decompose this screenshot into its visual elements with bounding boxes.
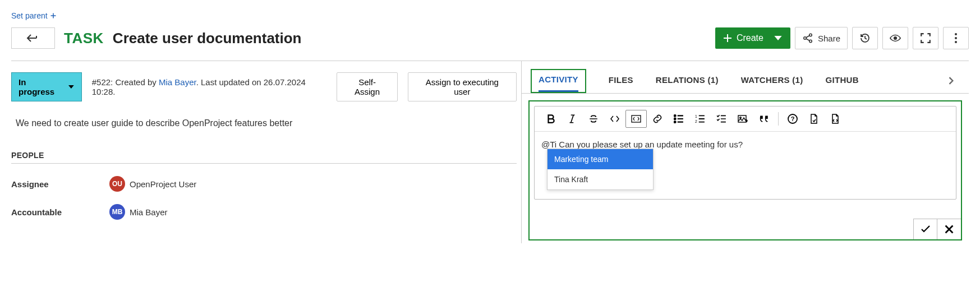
author-link[interactable]: Mia Bayer xyxy=(159,77,196,87)
strike-icon xyxy=(588,114,599,124)
back-button[interactable] xyxy=(11,27,55,49)
assignee-label: Assignee xyxy=(11,179,109,189)
accountable-label: Accountable xyxy=(11,207,109,217)
mention-option[interactable]: Tina Kraft xyxy=(547,169,653,189)
source-button[interactable] xyxy=(825,110,846,128)
tab-activity[interactable]: ACTIVITY xyxy=(539,70,578,92)
assign-executing-user-button[interactable]: Assign to executing user xyxy=(408,72,517,101)
svg-point-4 xyxy=(955,33,957,35)
comment-textarea[interactable]: @Ti Can you please set up an update meet… xyxy=(535,132,956,199)
share-button[interactable]: Share xyxy=(795,27,848,49)
more-menu-button[interactable] xyxy=(943,27,969,49)
chevron-down-icon xyxy=(774,34,783,43)
help-icon: ? xyxy=(788,114,798,124)
activity-highlight-area: 12 ? @Ti Can you please set up an update… xyxy=(528,100,962,240)
plus-icon xyxy=(50,12,57,19)
svg-point-3 xyxy=(894,37,897,40)
editor-toolbar: 12 ? xyxy=(535,107,956,132)
bullet-list-button[interactable] xyxy=(668,110,689,128)
share-label: Share xyxy=(818,34,840,43)
svg-point-8 xyxy=(674,115,676,117)
left-pane: In progress #522: Created by Mia Bayer. … xyxy=(11,61,522,243)
tab-watchers[interactable]: WATCHERS (1) xyxy=(741,71,803,92)
svg-point-1 xyxy=(809,34,812,36)
svg-point-10 xyxy=(674,121,676,123)
toolbar-separator xyxy=(778,112,779,126)
work-package-title[interactable]: Create user documentation xyxy=(113,30,302,47)
cancel-comment-button[interactable] xyxy=(937,219,961,239)
quote-button[interactable] xyxy=(753,110,775,128)
source-icon xyxy=(830,114,840,124)
kebab-icon xyxy=(950,33,961,44)
submit-comment-button[interactable] xyxy=(914,219,937,239)
fullscreen-icon xyxy=(920,33,931,44)
chevron-right-icon xyxy=(947,77,955,85)
quote-icon xyxy=(759,114,769,124)
svg-point-5 xyxy=(955,37,957,39)
task-list-icon xyxy=(716,114,726,124)
task-list-button[interactable] xyxy=(711,110,732,128)
svg-point-9 xyxy=(674,118,676,120)
set-parent-link[interactable]: Set parent xyxy=(11,11,57,20)
comment-editor: 12 ? @Ti Can you please set up an update… xyxy=(534,106,956,200)
code-block-icon xyxy=(631,114,641,124)
code-block-button[interactable] xyxy=(625,110,647,128)
italic-button[interactable] xyxy=(562,110,583,128)
history-icon xyxy=(859,33,871,44)
eye-icon xyxy=(890,33,901,44)
bullet-list-icon xyxy=(674,114,684,124)
preview-icon xyxy=(809,114,819,124)
status-dropdown[interactable]: In progress xyxy=(11,72,82,101)
svg-point-6 xyxy=(955,41,957,43)
description[interactable]: We need to create user guide to describe… xyxy=(11,118,517,128)
help-button[interactable]: ? xyxy=(782,110,803,128)
tabs: ACTIVITY FILES RELATIONS (1) WATCHERS (1… xyxy=(522,61,969,94)
avatar: OU xyxy=(109,176,125,192)
set-parent-label: Set parent xyxy=(11,11,48,20)
numbered-list-button[interactable]: 12 xyxy=(689,110,711,128)
status-label: In progress xyxy=(19,77,63,96)
image-icon xyxy=(738,114,748,124)
close-icon xyxy=(944,224,954,234)
back-arrow-icon xyxy=(26,34,40,43)
tab-github[interactable]: GITHUB xyxy=(826,71,859,92)
link-icon xyxy=(652,114,662,124)
create-label: Create xyxy=(737,33,763,43)
meta-info: #522: Created by Mia Bayer. Last updated… xyxy=(92,77,327,96)
chevron-down-icon xyxy=(68,84,75,90)
italic-icon xyxy=(567,114,577,124)
preview-button[interactable] xyxy=(803,110,825,128)
work-package-type: TASK xyxy=(64,30,104,47)
fullscreen-button[interactable] xyxy=(913,27,938,49)
tab-files[interactable]: FILES xyxy=(609,71,633,92)
accountable-name: Mia Bayer xyxy=(130,207,168,217)
strike-button[interactable] xyxy=(583,110,604,128)
svg-point-14 xyxy=(740,117,742,119)
link-button[interactable] xyxy=(647,110,668,128)
avatar: MB xyxy=(109,204,125,220)
accountable-row[interactable]: Accountable MB Mia Bayer xyxy=(11,204,517,220)
bold-icon xyxy=(546,114,556,124)
svg-text:?: ? xyxy=(791,115,795,122)
svg-point-0 xyxy=(804,37,806,39)
assignee-row[interactable]: Assignee OU OpenProject User xyxy=(11,176,517,192)
mention-option[interactable]: Marketing team xyxy=(547,149,653,169)
bold-button[interactable] xyxy=(540,110,562,128)
check-icon xyxy=(921,224,931,234)
self-assign-button[interactable]: Self-Assign xyxy=(337,72,397,101)
code-button[interactable] xyxy=(604,110,625,128)
create-button[interactable]: Create xyxy=(715,27,790,49)
tabs-scroll-right[interactable] xyxy=(947,77,958,86)
history-button[interactable] xyxy=(852,27,878,49)
svg-text:2: 2 xyxy=(695,119,697,123)
mention-dropdown: Marketing team Tina Kraft xyxy=(547,149,654,190)
svg-text:1: 1 xyxy=(695,114,697,118)
image-button[interactable] xyxy=(732,110,753,128)
watch-button[interactable] xyxy=(882,27,908,49)
tab-activity-highlight: ACTIVITY xyxy=(531,69,586,93)
right-pane: ACTIVITY FILES RELATIONS (1) WATCHERS (1… xyxy=(522,61,969,243)
tab-relations[interactable]: RELATIONS (1) xyxy=(656,71,719,92)
share-icon xyxy=(802,33,813,44)
svg-point-2 xyxy=(809,40,812,42)
numbered-list-icon: 12 xyxy=(695,114,705,124)
